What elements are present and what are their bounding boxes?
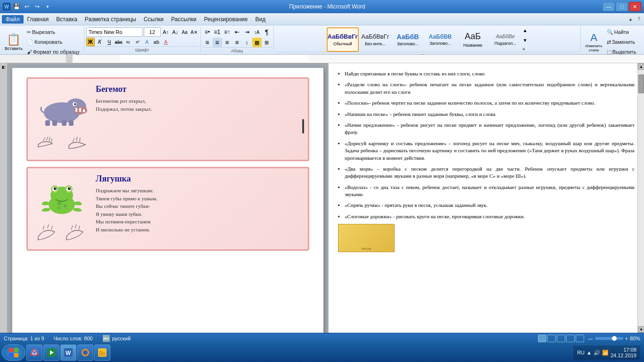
save-quick-btn[interactable]: 💾 xyxy=(12,2,21,11)
strikethrough-btn[interactable]: abc xyxy=(115,38,123,46)
speaker-icon: 🔊 xyxy=(594,350,600,356)
taskbar-explorer[interactable] xyxy=(94,345,110,361)
line-spacing-btn[interactable]: ↕ xyxy=(242,38,252,47)
menu-view[interactable]: Вид xyxy=(251,15,269,24)
words-status: Число слов: 800 xyxy=(54,336,93,341)
menu-insert[interactable]: Вставка xyxy=(52,15,81,24)
svg-line-18 xyxy=(51,139,52,143)
underline-btn[interactable]: Ч xyxy=(105,38,114,46)
sort-btn[interactable]: ↕A xyxy=(252,27,262,37)
svg-line-20 xyxy=(76,137,77,141)
font-name-input[interactable] xyxy=(86,27,143,37)
find-btn[interactable]: 🔍 Найти xyxy=(604,27,639,37)
redo-btn[interactable]: ↪ xyxy=(33,2,41,11)
menu-home[interactable]: Главная xyxy=(24,15,53,24)
paste-btn[interactable]: 📋 Вставить xyxy=(4,30,24,54)
v-scrollbar[interactable]: ▲ ▼ xyxy=(637,63,644,333)
show-marks-btn[interactable]: ¶ xyxy=(262,27,272,37)
frog-svg xyxy=(36,174,88,216)
numbering-btn[interactable]: ≡1 xyxy=(213,27,222,37)
undo-btn[interactable]: ↩ xyxy=(23,2,31,11)
view-btn-1[interactable] xyxy=(538,335,546,342)
italic-btn[interactable]: К xyxy=(96,38,104,46)
status-bar: Страница: 1 из 9 Число слов: 800 🔤 русск… xyxy=(0,333,644,343)
scroll-up-btn[interactable]: ▲ xyxy=(638,63,644,70)
view-btn-5[interactable] xyxy=(576,335,584,342)
font-shrink-btn[interactable]: A↓ xyxy=(171,28,180,36)
taskbar-chrome[interactable] xyxy=(26,345,42,361)
taskbar-firefox[interactable] xyxy=(77,345,93,361)
window-title: Приложение - Microsoft Word xyxy=(289,3,365,10)
start-button[interactable] xyxy=(2,345,25,361)
qa-dropdown[interactable]: ▼ xyxy=(43,2,52,11)
ribbon-collapse[interactable]: ▲ xyxy=(627,16,635,23)
align-left-btn[interactable]: ≡ xyxy=(203,38,212,47)
font-size-input[interactable] xyxy=(144,27,161,37)
indent-decrease-btn[interactable]: ⇤ xyxy=(232,27,242,37)
align-center-btn[interactable]: ≡ xyxy=(213,38,222,47)
bold-btn[interactable]: Ж xyxy=(86,38,95,46)
highlight-btn[interactable]: ab xyxy=(152,38,161,46)
taskbar-word[interactable]: W xyxy=(60,345,76,361)
zoom-out-btn[interactable]: — xyxy=(588,336,593,341)
shading-btn[interactable]: ▦ xyxy=(252,38,262,47)
left-ruler-btn[interactable]: ◧ xyxy=(2,65,6,69)
cut-btn[interactable]: ✂ Вырезать xyxy=(25,27,82,37)
svg-line-21 xyxy=(80,138,80,142)
page-status: Страница: 1 из 9 xyxy=(4,336,44,341)
menu-bar: Файл Главная Вставка Разметка страницы С… xyxy=(0,13,644,25)
superscript-btn[interactable]: x² xyxy=(133,38,142,46)
styles-up[interactable]: ▲ xyxy=(523,28,528,33)
taskbar-media[interactable] xyxy=(43,345,59,361)
clear-format-btn[interactable]: A✕ xyxy=(190,28,198,36)
lang-icon[interactable]: 🔤 русский xyxy=(102,335,131,342)
svg-rect-56 xyxy=(99,351,102,353)
styles-down[interactable]: ▼ xyxy=(523,38,528,43)
align-right-btn[interactable]: ≡ xyxy=(223,38,232,47)
word-icon: W xyxy=(3,3,10,10)
style-title[interactable]: АаБ Название xyxy=(457,27,489,52)
close-btn[interactable]: ✕ xyxy=(629,2,641,11)
justify-btn[interactable]: ≡ xyxy=(232,38,242,47)
font-case-btn[interactable]: Aa xyxy=(181,28,189,36)
minimize-btn[interactable]: — xyxy=(603,2,615,11)
menu-file[interactable]: Файл xyxy=(2,15,24,24)
style-no-spacing[interactable]: АаБбВвГг Без инте... xyxy=(359,27,391,52)
edit-content: A Изменить стили 🔍 Найти ⇄ Заменить ⬚ Вы… xyxy=(585,27,639,57)
zoom-slider[interactable] xyxy=(595,337,623,340)
style-heading1[interactable]: АаБбВ Заголово... xyxy=(392,27,424,52)
font-grow-btn[interactable]: A↑ xyxy=(162,28,170,36)
change-styles-btn[interactable]: A Изменить стили xyxy=(585,30,603,54)
style-heading2[interactable]: АаБбВВ Заголово... xyxy=(424,27,456,52)
font-label: Шрифт xyxy=(86,46,198,52)
menu-review[interactable]: Рецензирование xyxy=(200,15,252,24)
text-effects-btn[interactable]: A xyxy=(143,38,151,46)
replace-btn[interactable]: ⇄ Заменить xyxy=(604,37,639,47)
zoom-in-btn[interactable]: + xyxy=(625,336,628,341)
bullets-btn[interactable]: ≡• xyxy=(203,27,212,37)
subscript-btn[interactable]: x₂ xyxy=(124,38,132,46)
view-btn-2[interactable] xyxy=(547,335,556,342)
style-normal[interactable]: АаБбВвГг Обычный xyxy=(327,27,359,52)
list-item-2: «Полоски»- ребенок чертит на песке задан… xyxy=(338,99,635,107)
font-color-btn[interactable]: A xyxy=(162,38,170,46)
maximize-btn[interactable]: □ xyxy=(616,2,628,11)
style-subtitle[interactable]: АаБбВе Подзагол... xyxy=(489,27,521,52)
border-btn[interactable]: ⊞ xyxy=(262,38,272,47)
multilevel-btn[interactable]: ≡↑ xyxy=(223,27,232,37)
styles-expand[interactable]: ≡ xyxy=(523,47,528,51)
title-bar-left: W 💾 ↩ ↪ ▼ xyxy=(3,2,52,11)
svg-point-53 xyxy=(83,350,88,355)
view-btn-3[interactable] xyxy=(557,335,565,342)
menu-mailings[interactable]: Рассылки xyxy=(167,15,200,24)
menu-layout[interactable]: Разметка страницы xyxy=(81,15,140,24)
scroll-track[interactable] xyxy=(638,70,644,326)
copy-btn[interactable]: 📄 Копировать xyxy=(25,37,82,47)
view-btn-4[interactable] xyxy=(566,335,575,342)
scroll-thumb[interactable] xyxy=(638,74,644,93)
indent-increase-btn[interactable]: ⇥ xyxy=(242,27,252,37)
scroll-down-btn[interactable]: ▼ xyxy=(638,326,644,333)
svg-rect-1 xyxy=(120,55,308,62)
help-btn[interactable]: ? xyxy=(636,16,642,23)
menu-references[interactable]: Ссылки xyxy=(140,15,167,24)
